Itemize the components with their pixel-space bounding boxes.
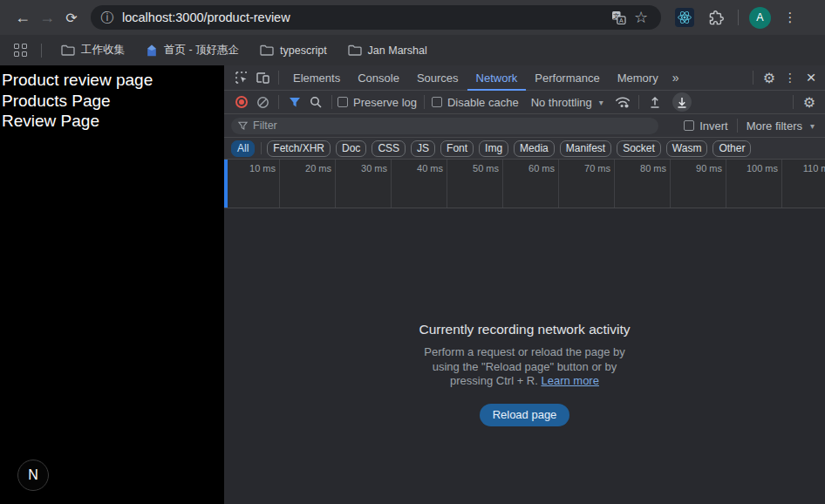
tab-network[interactable]: Network xyxy=(467,65,527,91)
tab-console[interactable]: Console xyxy=(349,65,408,91)
chip-css[interactable]: CSS xyxy=(372,140,406,157)
chips-divider xyxy=(261,142,262,154)
inspect-icon[interactable] xyxy=(231,68,252,87)
toolbar-divider xyxy=(793,95,794,109)
empty-state-line3: pressing Ctrl + R. xyxy=(450,374,541,387)
record-icon[interactable] xyxy=(231,92,252,112)
devtools-panel: Elements Console Sources Network Perform… xyxy=(223,65,825,504)
site-info-icon[interactable]: ⓘ xyxy=(98,10,117,26)
empty-state-title: Currently recording network activity xyxy=(419,322,630,337)
throttling-chevron-icon: ▾ xyxy=(599,98,603,107)
forward-icon[interactable]: → xyxy=(35,5,59,30)
learn-more-link[interactable]: Learn more xyxy=(541,374,598,387)
tab-memory[interactable]: Memory xyxy=(609,65,667,91)
nextjs-logo[interactable]: N xyxy=(17,460,49,491)
ruler-tick: 90 ms xyxy=(671,160,726,174)
bookmark-folder-work[interactable]: 工作收集 xyxy=(61,43,125,58)
translate-icon[interactable]: 文 A xyxy=(607,6,630,29)
network-overview-ruler[interactable]: 10 ms 20 ms 30 ms 40 ms 50 ms 60 ms 70 m… xyxy=(224,160,825,208)
tabbar-divider xyxy=(278,71,279,85)
chip-all[interactable]: All xyxy=(231,140,255,157)
empty-state-line2: using the "Reload page" button or by xyxy=(433,360,617,373)
url-text[interactable]: localhost:3000/product-review xyxy=(122,10,290,24)
extensions-icon[interactable] xyxy=(705,6,727,29)
ruler-tick: 10 ms xyxy=(224,160,279,174)
page-title: Product review page xyxy=(0,65,223,91)
address-bar[interactable]: ⓘ localhost:3000/product-review 文 A ☆ xyxy=(91,5,661,30)
preserve-log-checkbox[interactable] xyxy=(338,97,348,107)
ruler-tick: 70 ms xyxy=(559,160,614,174)
chip-js[interactable]: JS xyxy=(411,140,435,157)
chip-wasm[interactable]: Wasm xyxy=(666,140,708,157)
reload-icon[interactable]: ⟳ xyxy=(59,5,84,30)
folder-icon xyxy=(61,44,75,56)
invert-checkbox[interactable] xyxy=(684,120,694,131)
toolbar-divider xyxy=(738,10,739,25)
back-icon[interactable]: ← xyxy=(10,5,35,30)
disable-cache-checkbox[interactable] xyxy=(432,97,442,107)
clear-icon[interactable] xyxy=(252,92,273,112)
network-empty-state: Currently recording network activity Per… xyxy=(224,208,825,504)
filter-funnel-icon[interactable] xyxy=(284,92,305,112)
more-filters-button[interactable]: More filters xyxy=(747,119,802,133)
site-favicon xyxy=(146,44,158,57)
request-type-chips: All Fetch/XHR Doc CSS JS Font Img Media … xyxy=(224,138,825,160)
toolbar-divider xyxy=(278,95,279,109)
chip-other[interactable]: Other xyxy=(712,140,751,157)
react-devtools-icon[interactable] xyxy=(675,8,694,27)
chip-font[interactable]: Font xyxy=(440,140,474,157)
folder-icon xyxy=(348,44,362,56)
chip-manifest[interactable]: Manifest xyxy=(560,140,611,157)
ruler-tick: 110 ms xyxy=(782,160,825,174)
apps-grid-icon[interactable] xyxy=(14,44,27,57)
bookmark-folder-jan-marshal[interactable]: Jan Marshal xyxy=(348,44,427,57)
bookmark-label: Jan Marshal xyxy=(368,44,427,57)
bookmark-label: typescript xyxy=(280,44,327,57)
network-settings-icon[interactable]: ⚙ xyxy=(799,92,820,112)
devtools-settings-icon[interactable]: ⚙ xyxy=(759,68,780,87)
filter-input[interactable]: Filter xyxy=(231,118,658,134)
preserve-log-label[interactable]: Preserve log xyxy=(353,96,417,109)
bookmark-star-icon[interactable]: ☆ xyxy=(630,6,652,29)
chip-img[interactable]: Img xyxy=(479,140,508,157)
tab-performance[interactable]: Performance xyxy=(526,65,608,91)
device-toolbar-icon[interactable] xyxy=(252,68,273,87)
import-har-icon[interactable] xyxy=(644,92,665,112)
bookmark-folder-typescript[interactable]: typescript xyxy=(260,44,327,57)
profile-avatar[interactable]: A xyxy=(749,7,771,29)
review-page-link[interactable]: Review Page xyxy=(0,111,223,132)
ruler-tick: 60 ms xyxy=(503,160,558,174)
chip-socket[interactable]: Socket xyxy=(617,140,661,157)
disable-cache-label[interactable]: Disable cache xyxy=(447,96,519,109)
browser-menu-icon[interactable]: ⋮ xyxy=(781,10,799,25)
export-har-icon[interactable] xyxy=(672,92,692,112)
bookmark-site-home[interactable]: 首页 - 顶好惠企 xyxy=(146,43,239,58)
reload-page-button[interactable]: Reload page xyxy=(480,404,570,426)
devtools-menu-icon[interactable]: ⋮ xyxy=(780,68,801,87)
throttling-value: No throttling xyxy=(531,96,592,109)
toolbar-divider xyxy=(737,119,738,133)
ruler-tick: 80 ms xyxy=(615,160,670,174)
bookmarks-divider xyxy=(41,44,42,58)
devtools-close-icon[interactable]: × xyxy=(801,68,822,87)
throttling-select[interactable]: No throttling ▾ xyxy=(531,96,603,109)
ruler-tick: 20 ms xyxy=(280,160,335,174)
chip-media[interactable]: Media xyxy=(514,140,555,157)
chip-doc[interactable]: Doc xyxy=(336,140,366,157)
products-page-link[interactable]: Products Page xyxy=(0,91,223,112)
bookmarks-bar: 工作收集 首页 - 顶好惠企 typescript Jan Marshal xyxy=(0,35,825,65)
empty-state-line1: Perform a request or reload the page by xyxy=(424,345,625,358)
filter-placeholder: Filter xyxy=(253,119,277,132)
tab-elements[interactable]: Elements xyxy=(284,65,349,91)
ruler-tick: 30 ms xyxy=(336,160,391,174)
ruler-tick: 40 ms xyxy=(392,160,447,174)
tab-sources[interactable]: Sources xyxy=(408,65,467,91)
network-conditions-icon[interactable] xyxy=(612,92,633,112)
filter-field-funnel-icon xyxy=(238,121,248,131)
invert-label[interactable]: Invert xyxy=(699,119,728,133)
search-icon[interactable] xyxy=(305,92,326,112)
more-tabs-icon[interactable]: » xyxy=(667,71,685,85)
chip-fetch-xhr[interactable]: Fetch/XHR xyxy=(267,140,331,157)
network-toolbar: Preserve log Disable cache No throttling… xyxy=(224,91,825,114)
toolbar-divider xyxy=(331,95,332,109)
